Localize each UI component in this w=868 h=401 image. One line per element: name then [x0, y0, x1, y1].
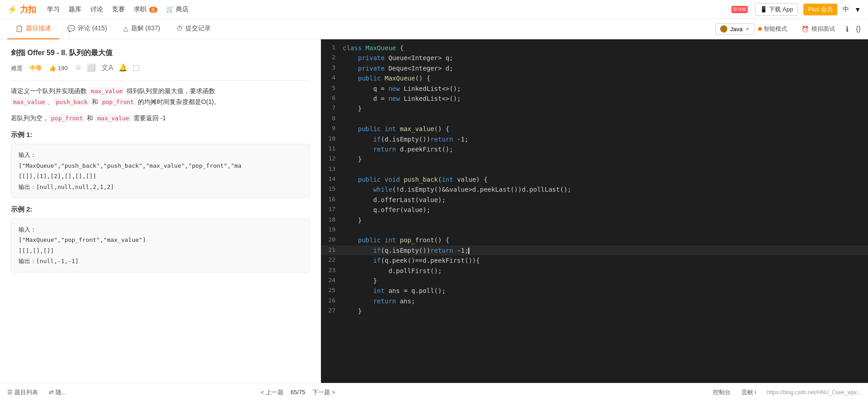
clock-icon: ⏰: [802, 26, 809, 33]
logo[interactable]: ⚡ 力扣: [7, 4, 36, 15]
problem-list-button[interactable]: ☰ 题目列表: [7, 388, 38, 396]
page-info: 65/75: [291, 389, 306, 396]
code-token: d =: [343, 95, 388, 102]
difficulty-row: 难度 中等 👍 190 ☆ ⬜ 文A 🔔 ⬚: [11, 63, 310, 73]
prev-problem-button[interactable]: < 上一题: [261, 388, 283, 396]
star-icon[interactable]: ☆: [75, 63, 81, 73]
code-token: max_value: [400, 125, 434, 132]
example2-title: 示例 2:: [11, 205, 310, 214]
next-problem-button[interactable]: 下一题 >: [312, 388, 335, 396]
difficulty-label: 难度: [11, 64, 23, 72]
expand-icon[interactable]: ⬚: [133, 63, 140, 73]
smart-mode-toggle[interactable]: 智能模式: [758, 25, 787, 33]
line-content: return d.peekFirst();: [343, 144, 868, 154]
code-line-12: 12 }: [321, 154, 868, 164]
nav-contest[interactable]: 竞赛: [112, 5, 125, 14]
divider: [11, 80, 310, 80]
line-content: [343, 165, 868, 175]
left-panel: 剑指 Offer 59 - II. 队列的最大值 难度 中等 👍 190 ☆ ⬜…: [0, 39, 321, 383]
code-token: }: [343, 105, 362, 112]
translate-icon[interactable]: 文A: [101, 63, 113, 73]
like-count: 👍 190: [49, 65, 68, 71]
code-line-10: 10 if(d.isEmpty())return -1;: [321, 134, 868, 144]
code-token: [343, 65, 358, 72]
language-selector[interactable]: Java ▼: [715, 23, 755, 35]
line-number: 15: [321, 184, 343, 194]
bell-icon[interactable]: 🔔: [118, 63, 127, 73]
problem-title: 剑指 Offer 59 - II. 队列的最大值: [11, 48, 310, 58]
nav-problems[interactable]: 题库: [69, 5, 81, 14]
nav-study[interactable]: 学习: [47, 5, 60, 14]
code-token: {: [396, 44, 404, 52]
code-line-23: 23 d.pollFirst();: [321, 266, 868, 276]
code-token: [343, 75, 358, 82]
line-content: [343, 225, 868, 235]
code-editor[interactable]: 1class MaxQueue {2 private Queue<Integer…: [321, 39, 868, 383]
line-number: 21: [321, 245, 343, 255]
jobs-label: 求职: [134, 5, 146, 13]
line-number: 19: [321, 225, 343, 235]
nav-discuss[interactable]: 讨论: [90, 5, 103, 14]
code-token: public: [358, 176, 381, 183]
code-token: void: [385, 176, 400, 183]
code-line-17: 17 q.offer(value);: [321, 205, 868, 215]
code-token: (: [438, 176, 442, 183]
code-token: value) {: [453, 176, 487, 183]
code-max-value: max_value: [89, 87, 125, 95]
tab-description[interactable]: 📋 题目描述: [7, 19, 59, 39]
code-token: pop_front: [400, 236, 434, 244]
code-token: int: [385, 236, 396, 244]
code-token: new: [388, 95, 400, 102]
action-icons: ☆ ⬜ 文A 🔔 ⬚: [75, 63, 140, 73]
code-token: ans;: [396, 297, 415, 305]
java-circle-icon: [720, 25, 727, 33]
code-line-22: 22 if(q.peek()==d.peekFirst()){: [321, 255, 868, 265]
info-icon[interactable]: ℹ: [846, 25, 849, 33]
line-number: 9: [321, 124, 343, 133]
random-button[interactable]: ⇄ 随...: [49, 388, 66, 396]
code-token: -1;: [453, 247, 468, 254]
code-line-21: 21 if(q.isEmpty())return -1;: [321, 245, 868, 255]
line-number: 26: [321, 296, 343, 306]
code-token: q.offer(value);: [343, 206, 430, 213]
nav-jobs[interactable]: 求职 新: [134, 5, 157, 14]
plus-member-button[interactable]: Plus 会员: [803, 4, 837, 15]
difficulty-tag: 中等: [30, 64, 42, 72]
code-token: public: [358, 125, 381, 132]
console-button[interactable]: 控制台: [713, 388, 731, 396]
code-token: (!d.isEmpty()&&value>d.peekLast())d.poll…: [392, 186, 571, 193]
contribute-button[interactable]: 贡献 i: [741, 388, 756, 396]
line-number: 6: [321, 94, 343, 103]
code-token: if: [373, 257, 381, 264]
code-token: () {: [434, 236, 449, 244]
code-token: new: [388, 85, 400, 92]
tab-comments[interactable]: 💬 评论 (415): [59, 19, 115, 39]
code-token: private: [358, 65, 385, 72]
code-token: return: [373, 146, 396, 153]
code-line-3: 3 private Deque<Integer> d;: [321, 63, 868, 73]
share-icon[interactable]: ⬜: [87, 63, 96, 73]
tab-solutions[interactable]: △ 题解 (837): [115, 19, 169, 39]
line-number: 12: [321, 154, 343, 164]
line-number: 8: [321, 114, 343, 123]
code-push-back: push_back: [53, 98, 90, 106]
expand-icon: ▼: [854, 6, 861, 13]
code-line-11: 11 return d.peekFirst();: [321, 144, 868, 154]
language-button[interactable]: 中: [843, 5, 849, 14]
download-app-button[interactable]: 📱 下载 App: [755, 3, 798, 16]
code-pop-front-2: pop_front: [49, 114, 85, 122]
bottom-bar: ☰ 题目列表 ⇄ 随... < 上一题 65/75 下一题 > 控制台 贡献 i…: [0, 383, 868, 401]
nav-right: 新功能 📱 下载 App Plus 会员 中 ▼: [731, 3, 861, 16]
mock-interview-button[interactable]: ⏰ 模拟面试: [802, 25, 835, 33]
logo-text: 力扣: [20, 4, 36, 15]
nav-shop[interactable]: 🛒 商店: [166, 5, 189, 14]
line-content: }: [343, 306, 868, 316]
line-number: 1: [321, 43, 343, 52]
braces-icon[interactable]: {}: [856, 25, 861, 33]
right-url: https://blog.csdn.net/HNU_Csee_wjw...: [767, 389, 861, 396]
logo-icon: ⚡: [7, 5, 17, 14]
line-content: }: [343, 154, 868, 164]
line-number: 14: [321, 175, 343, 184]
code-token: private: [358, 54, 385, 61]
tab-submissions[interactable]: ⏱ 提交记录: [168, 19, 219, 39]
